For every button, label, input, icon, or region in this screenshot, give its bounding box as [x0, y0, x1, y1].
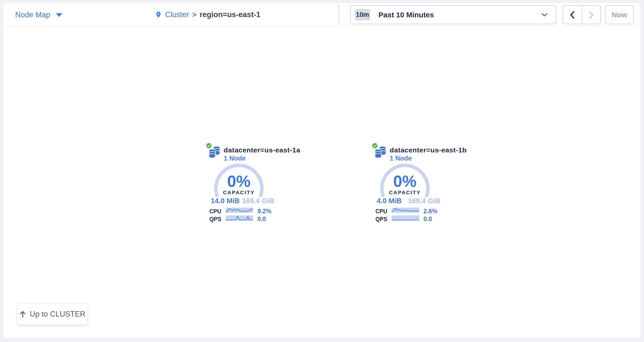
capacity-used-value: 4.0 MiB — [377, 197, 402, 205]
arrow-up-icon — [19, 311, 26, 318]
sparkline-chart — [226, 208, 253, 213]
stat-value: 0.0 — [424, 215, 432, 223]
locality-title: datacenter=us-east-1b — [390, 146, 467, 154]
header-divider — [3, 26, 640, 26]
capacity-usage-row: 4.0 MiB 169.4 GiB — [377, 197, 440, 205]
header-vertical-divider — [338, 5, 339, 24]
breadcrumb: Cluster > region=us-east-1 — [155, 9, 260, 20]
view-selector-dropdown[interactable]: Node Map — [15, 10, 62, 20]
capacity-used-value: 14.0 MiB — [211, 197, 240, 205]
capacity-percentage: 0% — [378, 173, 432, 189]
breadcrumb-separator: > — [192, 11, 196, 19]
view-selector-label: Node Map — [15, 10, 50, 19]
capacity-total-value: 169.4 GiB — [242, 197, 274, 205]
time-next-button[interactable] — [582, 6, 601, 24]
node-map-page: Node Map Cluster > region=us-east-1 10m … — [0, 0, 644, 342]
chevron-right-icon — [588, 11, 594, 19]
stat-label: CPU — [206, 208, 221, 215]
time-window-badge: 10m — [355, 9, 370, 20]
up-to-cluster-button[interactable]: Up to CLUSTER — [17, 303, 88, 325]
breadcrumb-cluster-link[interactable]: Cluster — [165, 10, 189, 19]
time-prev-button[interactable] — [563, 6, 582, 24]
locality-node-count-link[interactable]: 1 Node — [390, 155, 412, 162]
caret-down-icon — [56, 13, 62, 17]
healthy-check-icon — [372, 142, 378, 149]
up-to-cluster-label: Up to CLUSTER — [30, 310, 85, 319]
now-button[interactable]: Now — [605, 5, 634, 24]
time-window-label: Past 10 Minutes — [378, 11, 542, 19]
main-panel — [3, 3, 640, 338]
capacity-usage-row: 14.0 MiB 169.4 GiB — [211, 197, 274, 205]
stat-label: QPS — [206, 216, 221, 223]
stat-label: QPS — [372, 216, 387, 223]
capacity-total-value: 169.4 GiB — [408, 197, 440, 205]
chevron-left-icon — [570, 11, 575, 19]
stat-value: 0.0 — [258, 215, 266, 223]
sparkline-chart — [226, 215, 253, 221]
sparkline-chart — [392, 208, 419, 213]
chevron-down-icon — [542, 13, 548, 16]
capacity-percentage: 0% — [212, 173, 266, 189]
stat-label: CPU — [372, 208, 387, 215]
breadcrumb-current: region=us-east-1 — [200, 10, 260, 19]
time-nav-group — [562, 5, 601, 24]
time-window-dropdown[interactable]: 10m Past 10 Minutes — [350, 5, 556, 24]
stat-value: 2.6% — [424, 208, 438, 215]
stat-value: 9.2% — [258, 208, 272, 215]
locality-node-count-link[interactable]: 1 Node — [224, 155, 246, 162]
sparkline-chart — [392, 215, 419, 221]
locality-title: datacenter=us-east-1a — [224, 146, 300, 154]
capacity-label: CAPACITY — [378, 190, 432, 195]
capacity-label: CAPACITY — [212, 190, 266, 195]
healthy-check-icon — [206, 142, 212, 149]
location-pin-icon — [155, 10, 162, 19]
